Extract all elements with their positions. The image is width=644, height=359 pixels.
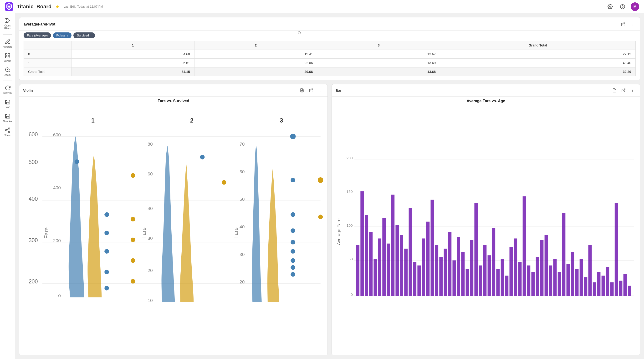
pivot-row-label-0: 0: [24, 50, 72, 59]
edit-status-dot: [56, 6, 59, 8]
sidebar-label-annotate: Annotate: [2, 46, 12, 48]
sidebar-item-refresh[interactable]: Refresh: [1, 83, 14, 96]
survived-chip[interactable]: Survived ↑: [74, 32, 95, 38]
pivot-cell-1-1: 95.61: [72, 59, 194, 68]
svg-text:0: 0: [58, 293, 61, 298]
svg-rect-141: [523, 196, 526, 296]
pivot-header-grand-total: Grand Total: [440, 41, 636, 50]
svg-point-88: [632, 89, 633, 90]
svg-text:0: 0: [350, 292, 353, 296]
svg-rect-144: [536, 257, 539, 296]
pivot-row-grand-total: Grand Total: [24, 68, 72, 76]
svg-rect-121: [435, 245, 438, 296]
svg-rect-135: [496, 269, 500, 296]
sidebar-item-layout[interactable]: Layout: [1, 51, 14, 64]
pivot-row-label-1: 1: [24, 59, 72, 68]
bar-open-button[interactable]: [620, 87, 627, 94]
svg-rect-148: [553, 259, 556, 296]
svg-rect-104: [360, 191, 364, 296]
svg-text:100: 100: [346, 223, 353, 228]
svg-rect-160: [606, 267, 609, 296]
sidebar-item-annotate[interactable]: Annotate: [1, 37, 14, 50]
survived-chip-label: Survived: [77, 34, 89, 37]
svg-point-16: [8, 128, 10, 129]
svg-text:10: 10: [148, 298, 152, 303]
user-avatar[interactable]: M: [631, 2, 639, 11]
pivot-panel-title: averageFarePivot: [24, 22, 55, 26]
svg-point-85: [318, 177, 323, 183]
svg-point-61: [130, 279, 135, 284]
fare-chip-label: Fare (Average): [27, 34, 48, 37]
violin-panel-actions: [298, 87, 324, 94]
fare-chip[interactable]: Fare (Average): [24, 32, 51, 38]
pivot-table: 1 2 3 Grand Total 0 64.68 19.41 13.67 22: [24, 41, 636, 76]
svg-point-56: [104, 286, 109, 290]
svg-line-19: [7, 131, 8, 132]
pclass-chip[interactable]: Pclass ↑: [53, 32, 72, 38]
svg-rect-119: [426, 222, 430, 296]
help-button[interactable]: [618, 2, 627, 11]
svg-rect-162: [615, 203, 618, 296]
sidebar-item-save[interactable]: Save: [1, 97, 14, 110]
last-edit: Last Edit: Today at 12:07 PM: [64, 5, 103, 8]
bar-doc-button[interactable]: [611, 87, 618, 94]
pivot-header-1: 1: [72, 41, 194, 50]
svg-text:30: 30: [148, 236, 152, 241]
topbar-right: M: [606, 2, 639, 11]
bar-panel: Bar: [332, 84, 640, 355]
violin-more-button[interactable]: [316, 87, 324, 94]
sidebar: CrossFilters Annotate Layout Zoom: [0, 13, 15, 359]
svg-point-30: [320, 91, 320, 92]
sidebar-item-cross-filters[interactable]: CrossFilters: [1, 16, 14, 32]
svg-rect-134: [492, 228, 495, 296]
app-logo[interactable]: [5, 2, 13, 11]
pivot-more-button[interactable]: [628, 21, 636, 28]
svg-rect-107: [374, 259, 377, 296]
sidebar-item-share[interactable]: Share: [1, 126, 14, 138]
svg-rect-155: [584, 277, 587, 296]
svg-text:70: 70: [240, 142, 244, 146]
svg-text:400: 400: [28, 196, 38, 202]
svg-rect-142: [527, 266, 530, 296]
svg-point-51: [74, 160, 79, 164]
pivot-header-2: 2: [194, 41, 317, 50]
svg-point-53: [104, 231, 109, 235]
topbar: Titanic_Board Last Edit: Today at 12:07 …: [0, 0, 644, 13]
svg-rect-139: [514, 238, 517, 296]
svg-text:Fare: Fare: [233, 228, 239, 239]
svg-rect-158: [597, 272, 600, 296]
sidebar-label-save: Save: [5, 106, 10, 108]
sidebar-label-save-as: Save As: [3, 120, 12, 122]
violin-doc-button[interactable]: [298, 87, 306, 94]
sidebar-item-save-as[interactable]: Save As: [1, 111, 14, 124]
svg-rect-111: [391, 195, 394, 296]
svg-point-28: [320, 89, 320, 90]
pivot-cell-0-total: 22.12: [440, 50, 636, 59]
bar-panel-actions: [611, 87, 636, 94]
svg-point-54: [104, 249, 109, 254]
filter-row: Fare (Average) Pclass ↑ Survived ↑: [19, 30, 640, 41]
pivot-header-blank: [24, 41, 72, 50]
pivot-cell-0-3: 13.67: [317, 50, 440, 59]
svg-rect-146: [544, 235, 548, 296]
svg-text:2: 2: [190, 117, 194, 124]
svg-point-76: [290, 134, 296, 139]
svg-point-69: [222, 180, 226, 184]
svg-rect-120: [431, 200, 434, 296]
save-icon: [5, 99, 10, 105]
svg-line-21: [623, 23, 625, 24]
violin-open-button[interactable]: [308, 87, 314, 94]
svg-rect-130: [474, 203, 478, 296]
svg-rect-113: [400, 235, 403, 296]
pivot-grand-total-2: 20.66: [194, 68, 317, 76]
settings-button[interactable]: [606, 2, 614, 11]
bar-more-button[interactable]: [629, 87, 636, 94]
svg-rect-147: [549, 266, 552, 296]
board-title: Titanic_Board: [17, 4, 52, 10]
svg-point-24: [632, 25, 632, 26]
layout-icon: [5, 53, 10, 59]
svg-text:500: 500: [28, 159, 38, 165]
pivot-open-button[interactable]: [620, 21, 626, 28]
sidebar-item-zoom[interactable]: Zoom: [1, 65, 14, 78]
pivot-panel: averageFarePivot Fare (: [19, 17, 640, 80]
